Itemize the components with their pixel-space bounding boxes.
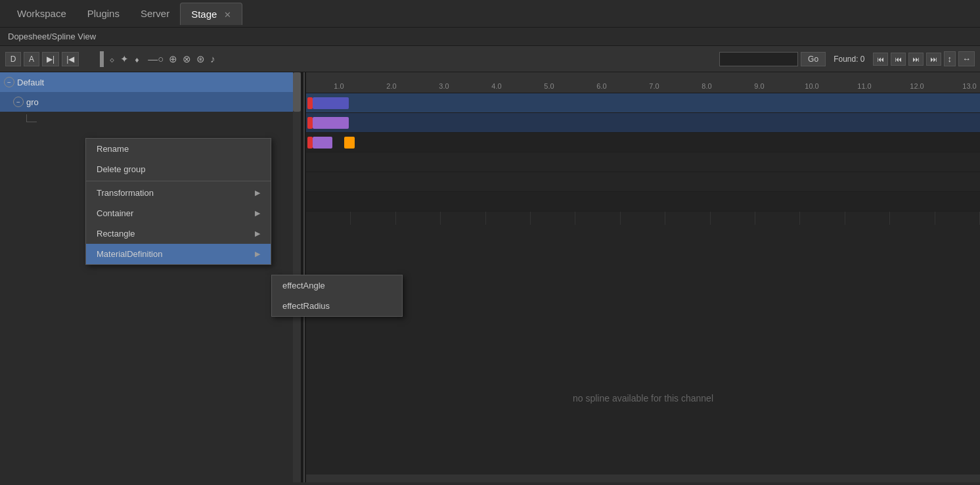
tree-row-gro[interactable]: − gro <box>0 92 301 112</box>
toolbar-btn-keyframe2[interactable]: |◀ <box>62 52 79 66</box>
menu-item-transformation[interactable]: Transformation ▶ <box>86 183 271 203</box>
ruler-mark-7: 7.0 <box>628 82 680 90</box>
tree-row-default[interactable]: − Default <box>0 72 301 92</box>
submenu-arrow-rectangle: ▶ <box>255 229 260 238</box>
menu-item-delete-group[interactable]: Delete group <box>86 159 271 179</box>
timeline-ruler: 1.0 2.0 3.0 4.0 5.0 6.0 7.0 8.0 9.0 10.0… <box>306 72 980 93</box>
ruler-mark-3: 3.0 <box>418 82 470 90</box>
timeline-track-2 <box>306 113 980 133</box>
ruler-mark-6: 6.0 <box>575 82 628 90</box>
keyframe-block-3b <box>313 137 332 149</box>
nav-prev-first[interactable]: ⏮ <box>873 53 888 66</box>
tree-line-icon <box>26 114 37 122</box>
menu-separator <box>86 181 271 181</box>
no-spline-message: no spline available for this channel <box>573 393 713 404</box>
nav-next-last[interactable]: ⏭ <box>926 53 941 66</box>
tab-stage[interactable]: Stage ✕ <box>180 3 242 25</box>
tab-close-icon[interactable]: ✕ <box>224 10 231 20</box>
ruler-mark-13: 13.0 <box>943 82 980 90</box>
search-input[interactable] <box>719 52 798 66</box>
toolbar-btn-keyframe1[interactable]: ▶| <box>42 52 59 66</box>
subtitle-bar: Dopesheet/Spline View <box>0 28 980 46</box>
submenu-arrow-material: ▶ <box>255 250 260 258</box>
toolbar-btn-a[interactable]: A <box>24 52 39 66</box>
timeline-track-1 <box>306 93 980 113</box>
toolbar-symbol-1: ⬦ <box>109 53 115 64</box>
timeline-track-4 <box>306 152 980 172</box>
nav-prev[interactable]: ⏮ <box>891 53 906 66</box>
sub-context-menu: effectAngle effectRadius <box>271 275 403 317</box>
timeline-track-5 <box>306 172 980 192</box>
timeline-track-3 <box>306 133 980 152</box>
toolbar-symbol-6: ⊗ <box>183 53 191 65</box>
right-panel: 1.0 2.0 3.0 4.0 5.0 6.0 7.0 8.0 9.0 10.0… <box>306 72 980 482</box>
ruler-mark-5: 5.0 <box>523 82 575 90</box>
tree-label-gro: gro <box>26 97 39 107</box>
keyframe-block-2b <box>313 117 349 129</box>
toolbar-resize-btn[interactable]: ↔ <box>958 51 975 66</box>
toolbar-symbol-4: —○ <box>148 53 164 64</box>
ruler-mark-12: 12.0 <box>891 82 943 90</box>
main-area: − Default − gro 1.0 2.0 3.0 <box>0 72 980 482</box>
menu-item-rectangle[interactable]: Rectangle ▶ <box>86 223 271 244</box>
menu-item-container[interactable]: Container ▶ <box>86 203 271 223</box>
keyframe-block-1a <box>307 97 313 109</box>
toolbar-symbol-8: ♪ <box>210 53 215 64</box>
keyframe-block-1b <box>313 97 349 109</box>
tree-label-default: Default <box>17 78 44 87</box>
tab-server[interactable]: Server <box>130 3 180 24</box>
ruler-mark-9: 9.0 <box>733 82 786 90</box>
keyframe-block-2a <box>307 117 313 129</box>
ruler-mark-4: 4.0 <box>470 82 523 90</box>
found-label: Found: 0 <box>828 55 870 64</box>
left-scrollbar-thumb[interactable] <box>293 72 301 112</box>
toolbar-symbol-5: ⊕ <box>169 53 177 65</box>
timeline-tracks-container <box>306 93 980 212</box>
submenu-arrow-container: ▶ <box>255 209 260 218</box>
tree-toggle-gro[interactable]: − <box>13 97 24 107</box>
toolbar-symbol-7: ⊛ <box>196 53 205 65</box>
tab-bar: Workspace Plugins Server Stage ✕ <box>0 0 980 28</box>
ruler-mark-10: 10.0 <box>786 82 838 90</box>
toolbar-expand-btn[interactable]: ↕ <box>944 51 956 66</box>
toolbar: D A ▶| |◀ ⬦ ✦ ⬧ —○ ⊕ ⊗ ⊛ ♪ Go Found: 0 ⏮… <box>0 46 980 72</box>
subtitle-text: Dopesheet/Spline View <box>8 32 96 41</box>
ruler-mark-2: 2.0 <box>365 82 418 90</box>
context-menu: Rename Delete group Transformation ▶ Con… <box>85 138 271 265</box>
tree-view: − Default − gro <box>0 72 301 125</box>
tree-sub-indicator <box>0 112 301 125</box>
keyframe-block-3a <box>307 137 313 149</box>
tree-toggle-default[interactable]: − <box>4 77 14 87</box>
toolbar-symbol-2: ✦ <box>120 53 129 65</box>
menu-item-rename[interactable]: Rename <box>86 139 271 159</box>
submenu-arrow-transformation: ▶ <box>255 189 260 197</box>
left-panel: − Default − gro <box>0 72 302 482</box>
tab-workspace[interactable]: Workspace <box>7 3 77 24</box>
nav-next[interactable]: ⏭ <box>908 53 924 66</box>
sub-menu-item-effectangle[interactable]: effectAngle <box>272 275 402 296</box>
ruler-mark-1: 1.0 <box>313 82 365 90</box>
ruler-mark-8: 8.0 <box>680 82 733 90</box>
go-button[interactable]: Go <box>801 52 826 66</box>
timeline-track-6 <box>306 192 980 212</box>
timeline-position-marker <box>100 51 104 67</box>
ruler-mark-11: 11.0 <box>838 82 891 90</box>
sub-menu-item-effectradius[interactable]: effectRadius <box>272 296 402 316</box>
keyframe-block-3c <box>344 137 355 149</box>
toolbar-btn-d[interactable]: D <box>5 52 21 66</box>
timeline-scrollbar[interactable] <box>306 474 980 482</box>
tab-plugins[interactable]: Plugins <box>77 3 130 24</box>
menu-item-materialdefinition[interactable]: MaterialDefinition ▶ <box>86 244 271 264</box>
toolbar-symbol-3: ⬧ <box>134 53 140 64</box>
